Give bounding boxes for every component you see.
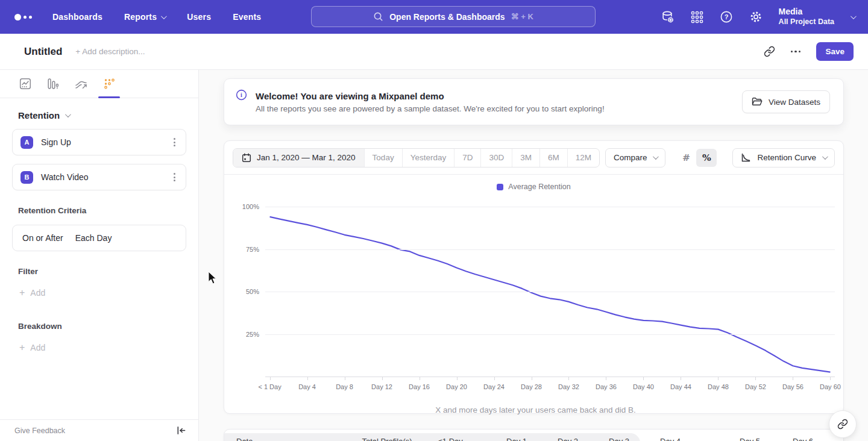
- table-column-header[interactable]: Date: [236, 437, 253, 441]
- global-search-input[interactable]: Open Reports & Dashboards ⌘ + K: [311, 6, 596, 27]
- chart-type-dropdown[interactable]: Retention Curve: [732, 148, 835, 167]
- tab-flows[interactable]: [75, 70, 87, 98]
- help-icon[interactable]: ?: [720, 10, 733, 23]
- tab-funnels[interactable]: [47, 70, 59, 98]
- date-preset-today[interactable]: Today: [364, 149, 402, 167]
- svg-text:i: i: [241, 92, 242, 98]
- table-column-header[interactable]: <1 Day: [438, 437, 463, 441]
- table-column-header[interactable]: Day 4: [660, 437, 681, 441]
- chevron-down-icon: [653, 154, 659, 160]
- table-column-header[interactable]: Day 5: [740, 437, 760, 441]
- data-management-icon[interactable]: [661, 10, 675, 24]
- x-axis-label: Day 8: [336, 383, 353, 390]
- retention-step-a[interactable]: ASign Up: [12, 129, 186, 155]
- x-axis-tick: [457, 377, 458, 380]
- tab-insights[interactable]: [19, 70, 31, 98]
- x-axis-label: Day 56: [782, 383, 804, 390]
- date-preset-6m[interactable]: 6M: [539, 149, 567, 167]
- add-description-field[interactable]: + Add description...: [75, 47, 145, 56]
- sidebar-content: Retention ASign UpBWatch Video Retention…: [0, 98, 198, 419]
- kebab-menu-icon[interactable]: [171, 136, 178, 149]
- main-content: i Welcome! You are viewing a Mixpanel de…: [199, 70, 868, 441]
- legend-swatch: [497, 184, 503, 190]
- table-column-header[interactable]: Day 3: [609, 437, 629, 441]
- save-button[interactable]: Save: [816, 42, 854, 61]
- filter-label: Filter: [12, 267, 186, 276]
- step-badge: B: [20, 171, 33, 184]
- criteria-occurrence[interactable]: On or After: [22, 233, 63, 243]
- date-preset-12m[interactable]: 12M: [567, 149, 599, 167]
- add-filter-label: Add: [30, 288, 45, 298]
- breakdown-label: Breakdown: [12, 322, 186, 331]
- report-title[interactable]: Untitled: [24, 46, 62, 58]
- date-range-picker[interactable]: Jan 1, 2020 — Mar 1, 2020: [233, 149, 364, 167]
- tab-retention[interactable]: [103, 70, 115, 98]
- x-axis-tick: [270, 377, 271, 380]
- table-column-header[interactable]: Day 1: [506, 437, 527, 441]
- chevron-down-icon[interactable]: [851, 13, 857, 19]
- search-placeholder: Open Reports & Dashboards: [389, 12, 505, 22]
- nav-links: DashboardsReportsUsersEvents: [52, 12, 261, 22]
- percentage-toggle[interactable]: %: [696, 149, 717, 167]
- flows-icon: [75, 78, 87, 90]
- table-column-header[interactable]: Total Profile(s): [362, 437, 412, 441]
- date-preset-3m[interactable]: 3M: [512, 149, 539, 167]
- x-axis-tick: [793, 377, 793, 380]
- y-axis-label: 75%: [234, 246, 259, 253]
- chart-legend: Average Retention: [224, 179, 843, 195]
- nav-item-reports[interactable]: Reports: [124, 12, 165, 22]
- legend-label: Average Retention: [508, 183, 570, 191]
- chevron-down-icon: [822, 154, 828, 160]
- collapse-sidebar-icon[interactable]: [176, 425, 186, 436]
- gridline-25%: [265, 334, 835, 335]
- retention-section-header[interactable]: Retention: [12, 110, 186, 120]
- give-feedback-link[interactable]: Give Feedback: [14, 427, 65, 435]
- x-axis-label: Day 36: [596, 383, 617, 390]
- x-axis-tick: [643, 377, 644, 380]
- settings-gear-icon[interactable]: [749, 10, 763, 23]
- date-preset-30d[interactable]: 30D: [480, 149, 512, 167]
- nav-item-events[interactable]: Events: [233, 12, 261, 22]
- y-axis-label: 100%: [234, 203, 259, 210]
- chevron-down-icon: [65, 111, 71, 117]
- retention-step-b[interactable]: BWatch Video: [12, 164, 186, 190]
- link-icon: [837, 419, 848, 430]
- copy-link-icon[interactable]: [764, 46, 775, 57]
- plot-inner: < 1 DayDay 4Day 8Day 12Day 16Day 20Day 2…: [265, 196, 835, 389]
- plus-icon: +: [19, 288, 25, 298]
- retention-line-chart[interactable]: [265, 196, 835, 389]
- folder-icon: [752, 97, 763, 107]
- table-column-header[interactable]: Day 2: [558, 437, 578, 441]
- absolute-numbers-toggle[interactable]: #: [676, 149, 696, 167]
- add-filter-button[interactable]: + Add: [12, 288, 186, 298]
- table-column-header[interactable]: Day 6: [793, 437, 813, 441]
- nav-item-dashboards[interactable]: Dashboards: [52, 12, 102, 22]
- more-options-icon[interactable]: [791, 51, 801, 53]
- top-nav: DashboardsReportsUsersEvents Open Report…: [0, 0, 868, 34]
- date-preset-yesterday[interactable]: Yesterday: [402, 149, 454, 167]
- info-icon: i: [236, 89, 247, 101]
- y-axis-label: 25%: [234, 331, 259, 338]
- retention-steps: ASign UpBWatch Video: [12, 129, 186, 190]
- chart-type-label: Retention Curve: [757, 153, 816, 162]
- mixpanel-logo[interactable]: [14, 14, 32, 20]
- share-link-fab[interactable]: [829, 410, 857, 438]
- date-range-value: Jan 1, 2020 — Mar 1, 2020: [257, 153, 356, 162]
- add-breakdown-button[interactable]: + Add: [12, 343, 186, 352]
- gridline-75%: [265, 249, 835, 250]
- kebab-menu-icon[interactable]: [171, 170, 178, 184]
- nav-item-users[interactable]: Users: [187, 12, 211, 22]
- view-datasets-button[interactable]: View Datasets: [742, 90, 830, 113]
- apps-grid-icon[interactable]: [691, 11, 703, 23]
- project-switcher[interactable]: Media All Project Data: [779, 7, 834, 27]
- x-axis-label: Day 44: [670, 383, 691, 390]
- search-icon: [373, 11, 383, 22]
- criteria-interval[interactable]: Each Day: [75, 233, 112, 243]
- gridline-50%: [265, 292, 835, 292]
- date-preset-7d[interactable]: 7D: [454, 149, 480, 167]
- project-scope: All Project Data: [779, 17, 834, 27]
- x-axis-tick: [568, 377, 569, 380]
- compare-button[interactable]: Compare: [605, 148, 665, 167]
- retention-chart-plot: < 1 DayDay 4Day 8Day 12Day 16Day 20Day 2…: [234, 196, 837, 408]
- x-axis-label: < 1 Day: [258, 383, 281, 390]
